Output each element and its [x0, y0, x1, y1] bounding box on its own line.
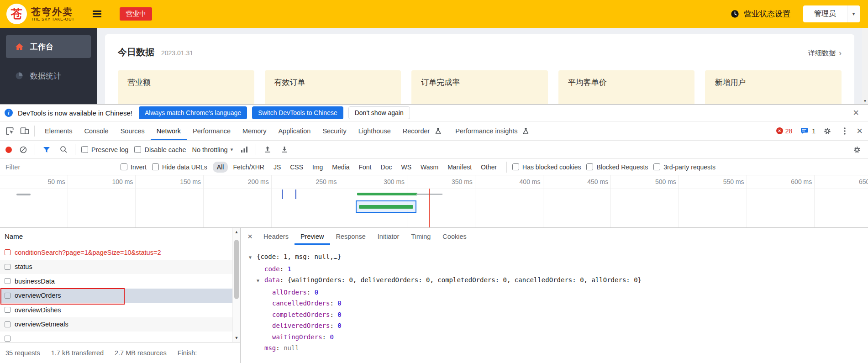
- devtools-tab[interactable]: Application: [272, 121, 316, 140]
- scrollbar-thumb[interactable]: [234, 240, 239, 299]
- checkbox-icon[interactable]: [512, 163, 519, 170]
- third-party-requests-checkbox[interactable]: 3rd-party requests: [653, 163, 715, 171]
- devtools-tab[interactable]: Performance: [187, 121, 237, 140]
- blocked-requests-checkbox[interactable]: Blocked Requests: [586, 163, 648, 171]
- menu-toggle-icon[interactable]: [93, 9, 101, 19]
- request-row[interactable]: status: [0, 260, 240, 274]
- network-settings-gear-icon[interactable]: [852, 144, 863, 156]
- network-filter-input[interactable]: [5, 161, 115, 173]
- json-tree-line[interactable]: allOrders: 0: [245, 287, 868, 298]
- network-overview-timeline[interactable]: 50 ms100 ms150 ms200 ms250 ms300 ms350 m…: [0, 175, 868, 228]
- devtools-tab[interactable]: Console: [78, 121, 114, 140]
- request-type-filter[interactable]: Other: [477, 162, 501, 173]
- request-detail-tab[interactable]: Cookies: [437, 228, 472, 245]
- expander-triangle-icon[interactable]: ▼: [257, 275, 264, 287]
- has-blocked-cookies-checkbox[interactable]: Has blocked cookies: [512, 163, 581, 171]
- json-tree-line[interactable]: deliveredOrders: 0: [245, 320, 868, 331]
- request-row[interactable]: [0, 331, 240, 342]
- detail-data-link[interactable]: 详细数据 ›: [808, 48, 842, 58]
- scroll-down-icon[interactable]: ▼: [235, 336, 239, 340]
- checkbox-icon[interactable]: [586, 163, 593, 170]
- throttling-select[interactable]: No throttling ▾: [192, 146, 233, 153]
- json-tree-line[interactable]: ▼data: {waitingOrders: 0, deliveredOrder…: [245, 274, 868, 287]
- error-count-badge[interactable]: × 28: [776, 127, 793, 135]
- request-type-filter[interactable]: WS: [397, 162, 416, 173]
- import-har-icon[interactable]: [262, 144, 273, 156]
- request-type-filter[interactable]: Manifest: [443, 162, 476, 173]
- filter-funnel-icon[interactable]: [41, 144, 52, 156]
- request-row[interactable]: overviewOrders: [0, 289, 240, 303]
- devtools-tab[interactable]: Sources: [115, 121, 151, 140]
- infobar-close-icon[interactable]: ×: [848, 108, 863, 118]
- request-detail-tab[interactable]: Preview: [295, 228, 330, 245]
- record-network-log-button[interactable]: [5, 147, 12, 153]
- json-tree-line[interactable]: msg: null: [245, 342, 868, 354]
- disable-cache-checkbox[interactable]: Disable cache: [134, 146, 186, 153]
- request-type-filter[interactable]: JS: [269, 162, 285, 173]
- request-type-filter[interactable]: All: [213, 162, 228, 173]
- json-tree-line[interactable]: cancelledOrders: 0: [245, 298, 868, 309]
- device-toolbar-icon[interactable]: [19, 125, 30, 137]
- request-type-filter[interactable]: CSS: [286, 162, 307, 173]
- json-tree-line[interactable]: completedOrders: 0: [245, 309, 868, 321]
- waterfall-bar-green[interactable]: [357, 193, 417, 195]
- request-detail-tab[interactable]: Response: [330, 228, 372, 245]
- sidebar-item-workbench[interactable]: 工作台: [6, 35, 91, 58]
- checkbox-icon[interactable]: [121, 163, 127, 170]
- request-row[interactable]: overviewSetmeals: [0, 317, 240, 332]
- name-column-header[interactable]: Name: [5, 232, 23, 240]
- request-detail-tab[interactable]: Headers: [258, 228, 295, 245]
- request-row[interactable]: overviewDishes: [0, 303, 240, 317]
- chevron-down-icon[interactable]: ▾: [847, 5, 860, 22]
- devtools-tab[interactable]: Recorder: [397, 121, 450, 140]
- devtools-tab[interactable]: Network: [151, 121, 187, 140]
- switch-to-chinese-button[interactable]: Switch DevTools to Chinese: [252, 106, 343, 119]
- status-setting-button[interactable]: 营业状态设置: [729, 8, 790, 20]
- request-type-filter[interactable]: Img: [308, 162, 327, 173]
- more-options-icon[interactable]: [839, 125, 850, 137]
- json-tree-line[interactable]: code: 1: [245, 263, 868, 275]
- settings-gear-icon[interactable]: [822, 125, 833, 137]
- request-detail-tab[interactable]: Timing: [405, 228, 437, 245]
- request-list-header[interactable]: Name: [0, 228, 240, 245]
- preserve-log-checkbox[interactable]: Preserve log: [81, 146, 128, 153]
- selected-request-waterfall-bar[interactable]: [359, 205, 413, 209]
- request-list-scrollbar[interactable]: ▲ ▼: [232, 228, 240, 342]
- request-type-filter[interactable]: Font: [355, 162, 376, 173]
- page-scrollbar[interactable]: ▼: [862, 28, 868, 104]
- request-detail-tab[interactable]: Initiator: [372, 228, 405, 245]
- inspect-element-icon[interactable]: [4, 125, 15, 137]
- devtools-tab[interactable]: Security: [316, 121, 352, 140]
- devtools-tab[interactable]: Lighthouse: [352, 121, 397, 140]
- checkbox-icon[interactable]: [152, 163, 159, 170]
- devtools-close-icon[interactable]: ×: [857, 126, 863, 136]
- devtools-tab[interactable]: Memory: [237, 121, 272, 140]
- request-type-filter[interactable]: Wasm: [416, 162, 442, 173]
- request-row[interactable]: businessData: [0, 274, 240, 289]
- checkbox-icon[interactable]: [81, 146, 88, 153]
- search-icon[interactable]: [58, 144, 69, 156]
- close-detail-icon[interactable]: ×: [242, 228, 258, 245]
- scroll-up-icon[interactable]: ▲: [235, 230, 239, 234]
- sidebar-item-statistics[interactable]: 数据统计: [6, 64, 91, 87]
- match-language-button[interactable]: Always match Chrome's language: [139, 106, 247, 119]
- hide-data-urls-checkbox[interactable]: Hide data URLs: [152, 163, 207, 171]
- devtools-tab[interactable]: Elements: [39, 121, 78, 140]
- json-tree-line[interactable]: ▼{code: 1, msg: null,…}: [245, 251, 868, 263]
- expander-triangle-icon[interactable]: ▼: [249, 252, 257, 263]
- devtools-tab[interactable]: Performance insights: [449, 121, 537, 140]
- clear-network-log-icon[interactable]: [18, 144, 29, 156]
- request-type-filter[interactable]: Fetch/XHR: [229, 162, 268, 173]
- request-row[interactable]: conditionSearch?page=1&pageSize=10&statu…: [0, 245, 240, 260]
- export-har-icon[interactable]: [279, 144, 290, 156]
- json-tree-line[interactable]: waitingOrders: 0: [245, 331, 868, 343]
- network-conditions-icon[interactable]: [239, 144, 250, 156]
- request-type-filter[interactable]: Doc: [377, 162, 396, 173]
- checkbox-icon[interactable]: [653, 163, 660, 170]
- issues-count-badge[interactable]: 1: [799, 125, 815, 137]
- checkbox-icon[interactable]: [134, 146, 141, 153]
- request-type-filter[interactable]: Media: [328, 162, 353, 173]
- invert-checkbox[interactable]: Invert: [121, 163, 147, 171]
- dont-show-again-button[interactable]: Don't show again: [348, 106, 410, 119]
- admin-dropdown[interactable]: 管理员 ▾: [803, 5, 860, 22]
